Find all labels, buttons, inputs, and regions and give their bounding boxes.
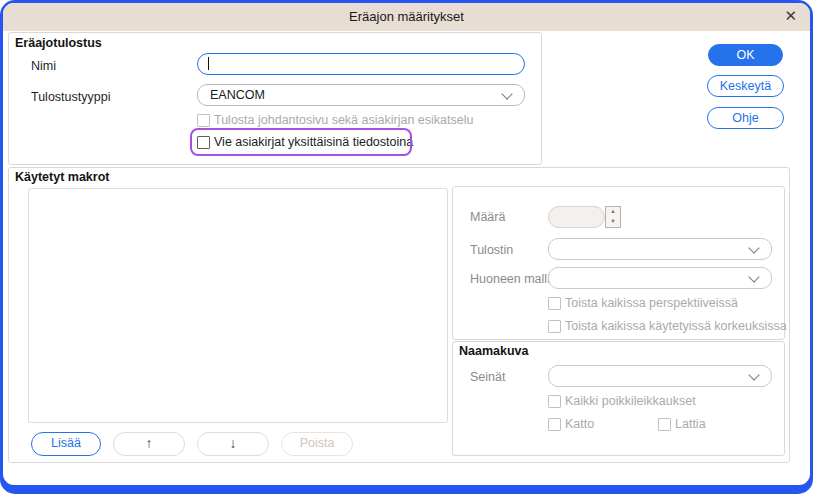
help-button[interactable]: Ohje [707,107,784,129]
room-model-select [548,267,772,289]
close-icon[interactable]: ✕ [784,7,797,25]
quantity-stepper: ▲ ▼ [605,206,621,228]
chevron-down-icon [501,88,512,99]
print-output-group-title: Eräajotulostus [15,36,102,50]
used-macros-group-title: Käytetyt makrot [15,170,109,184]
text-caret [208,57,209,70]
printer-select [548,238,772,260]
export-individual-files-checkbox-label: Vie asiakirjat yksittäisinä tiedostoina [214,135,413,149]
chevron-down-icon [748,271,759,282]
room-model-label: Huoneen malli [470,272,550,286]
walls-label: Seinät [470,370,505,384]
move-up-button[interactable]: ↑ [113,432,185,456]
spinner-down-icon: ▼ [606,217,620,227]
cross-sections-checkbox-label: Kaikki poikkileikkaukset [565,394,696,408]
arrow-up-icon: ↑ [146,435,153,451]
print-type-label: Tulostustyyppi [31,90,110,104]
repeat-perspectives-checkbox [548,297,561,310]
cancel-button[interactable]: Keskeytä [707,75,784,97]
intro-page-checkbox [197,114,210,127]
walls-select [548,365,772,387]
arrow-down-icon: ↓ [230,435,237,451]
quantity-label: Määrä [470,210,505,224]
cross-sections-checkbox [548,395,561,408]
print-settings-panel: Määrä ▲ ▼ Tulostin Huoneen malli [452,186,785,340]
chevron-down-icon [748,242,759,253]
floor-checkbox-label: Lattia [675,417,706,431]
ceiling-checkbox [548,418,561,431]
facade-group-title: Naamakuva [459,344,529,358]
chevron-down-icon [748,369,759,380]
print-type-value: EANCOM [210,88,265,102]
facade-group: Naamakuva Seinät Kaikki poikkileikkaukse… [452,341,785,456]
ceiling-checkbox-label: Katto [565,417,594,431]
ok-button[interactable]: OK [708,44,783,66]
titlebar[interactable]: Eräajon määritykset ✕ [3,3,810,31]
export-individual-files-checkbox[interactable] [197,136,210,149]
remove-button: Poista [281,432,353,456]
quantity-input [548,206,605,228]
batch-settings-dialog: Eräajon määritykset ✕ Eräajotulostus Nim… [0,0,813,494]
used-macros-group: Käytetyt makrot Lisää ↑ ↓ Poista Määrä ▲… [8,167,790,463]
repeat-heights-checkbox [548,320,561,333]
macros-list[interactable] [28,188,448,423]
repeat-heights-checkbox-label: Toista kaikissa käytetyissä korkeuksissa [565,319,787,333]
name-label: Nimi [31,59,56,73]
floor-checkbox [658,418,671,431]
printer-label: Tulostin [470,243,513,257]
name-input[interactable] [197,53,525,75]
add-button[interactable]: Lisää [31,432,101,456]
repeat-perspectives-checkbox-label: Toista kaikissa perspektiiveissä [565,296,738,310]
move-down-button[interactable]: ↓ [197,432,269,456]
dialog-title: Eräajon määritykset [3,9,810,24]
dialog-content: Eräajon määritykset ✕ Eräajotulostus Nim… [3,3,810,485]
print-type-select[interactable]: EANCOM [197,84,525,106]
print-output-group: Eräajotulostus Nimi Tulostustyyppi EANCO… [8,32,542,165]
screen: Eräajon määritykset ✕ Eräajotulostus Nim… [0,0,813,494]
intro-page-checkbox-label: Tulosta johdantosivu sekä asiakirjan esi… [214,113,473,127]
